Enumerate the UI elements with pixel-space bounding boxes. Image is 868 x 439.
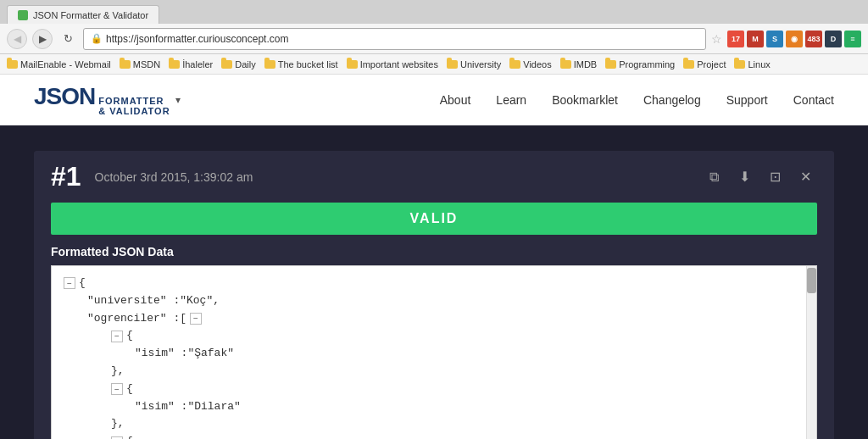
browser-toolbar: ◀ ▶ ↻ 🔒 https://jsonformatter.curiouscon… <box>0 24 868 54</box>
ext-icon-1[interactable]: 17 <box>727 31 744 47</box>
collapse-btn-2[interactable]: − <box>190 313 202 325</box>
bookmark-folder-icon <box>264 60 275 69</box>
json-brace-open-4: { <box>126 433 133 439</box>
address-bar[interactable]: 🔒 https://jsonformatter.curiousconcept.c… <box>83 28 706 50</box>
tab-label: JSON Formatter & Validator <box>33 10 148 20</box>
nav-about[interactable]: About <box>440 93 471 107</box>
logo-area[interactable]: JSON FORMATTER & VALIDATOR ▾ <box>34 83 181 116</box>
json-card: #1 October 3rd 2015, 1:39:02 am ⧉ ⬇ ⊡ ✕ … <box>34 151 834 439</box>
bookmark-videos[interactable]: Videos <box>509 59 551 69</box>
ext-icon-7[interactable]: ≡ <box>844 31 861 47</box>
site-header: JSON FORMATTER & VALIDATOR ▾ About Learn… <box>0 75 868 125</box>
bookmark-importantwebsites[interactable]: Important websites <box>347 59 438 69</box>
json-scrollbar[interactable] <box>806 266 816 439</box>
tab-favicon <box>18 10 28 20</box>
logo-validator-text: & VALIDATOR <box>98 106 170 116</box>
json-line-2: "universite" :"Koç", <box>87 292 787 310</box>
logo: JSON FORMATTER & VALIDATOR <box>34 83 170 116</box>
forward-button[interactable]: ▶ <box>32 29 53 49</box>
json-section: Formatted JSON Data − { "universite" :"K… <box>34 235 834 439</box>
valid-banner: VALID <box>51 203 817 235</box>
ext-icon-4[interactable]: ◉ <box>786 31 803 47</box>
json-scrollbar-thumb <box>807 268 816 293</box>
card-title-area: #1 October 3rd 2015, 1:39:02 am <box>51 161 253 192</box>
json-line-3: "ogrenciler" :[ − <box>87 310 787 328</box>
website: JSON FORMATTER & VALIDATOR ▾ About Learn… <box>0 75 868 439</box>
active-tab[interactable]: JSON Formatter & Validator <box>7 5 159 24</box>
bookmark-folder-icon <box>120 60 131 69</box>
bookmark-imdb[interactable]: IMDB <box>560 59 598 69</box>
bookmark-project[interactable]: Project <box>683 59 726 69</box>
collapse-btn-5[interactable]: − <box>111 436 123 439</box>
json-universite: "universite" :"Koç", <box>87 292 220 310</box>
nav-support[interactable]: Support <box>726 93 768 107</box>
json-brace-close-1: }, <box>111 363 125 381</box>
ext-icon-6[interactable]: D <box>825 31 842 47</box>
bookmark-folder-icon <box>683 60 694 69</box>
bookmark-folder-icon <box>509 60 520 69</box>
site-nav: About Learn Bookmarklet Changelog Suppor… <box>440 93 834 107</box>
ssl-icon: 🔒 <box>91 33 103 44</box>
bookmark-label: Project <box>697 59 726 69</box>
save-button[interactable]: ⊡ <box>763 165 787 189</box>
bookmark-folder-icon <box>7 60 18 69</box>
nav-learn[interactable]: Learn <box>496 93 526 107</box>
back-button[interactable]: ◀ <box>7 29 27 49</box>
url-text: https://jsonformatter.curiousconcept.com <box>106 33 288 45</box>
bookmark-label: University <box>460 59 501 69</box>
bookmark-university[interactable]: University <box>447 59 501 69</box>
bookmark-mailenablewebmail[interactable]: MailEnable - Webmail <box>7 59 111 69</box>
collapse-btn-3[interactable]: − <box>111 331 123 342</box>
nav-bookmarklet[interactable]: Bookmarklet <box>552 93 618 107</box>
nav-contact[interactable]: Contact <box>793 93 834 107</box>
json-brace-open: { <box>79 275 86 292</box>
ext-icon-3[interactable]: S <box>766 31 783 47</box>
collapse-btn-4[interactable]: − <box>111 383 123 395</box>
json-brace-close-2: }, <box>111 415 125 433</box>
bookmark-msdn[interactable]: MSDN <box>120 59 160 69</box>
card-actions: ⧉ ⬇ ⊡ ✕ <box>702 165 817 189</box>
json-line-7: − { <box>111 381 787 398</box>
json-line-1: − { <box>64 275 787 292</box>
bookmark-daily[interactable]: Daily <box>221 59 255 69</box>
json-section-label: Formatted JSON Data <box>51 235 817 265</box>
bookmark-folder-icon <box>734 60 745 69</box>
bookmark-folder-icon <box>605 60 616 69</box>
ext-icon-2[interactable]: M <box>747 31 764 47</box>
json-line-8: "isim" :"Dilara" <box>135 398 787 416</box>
logo-formatter-text: FORMATTER <box>98 96 170 106</box>
bookmark-label: MailEnable - Webmail <box>20 59 111 69</box>
bookmark-programming[interactable]: Programming <box>605 59 675 69</box>
ext-icon-5[interactable]: 483 <box>805 31 822 47</box>
json-ogrenciler-key: "ogrenciler" :[ <box>87 310 186 328</box>
bookmark-folder-icon <box>347 60 358 69</box>
bookmark-linux[interactable]: Linux <box>734 59 770 69</box>
bookmark-label: Programming <box>619 59 675 69</box>
bookmark-folder-icon <box>169 60 180 69</box>
bookmark-folder-icon <box>560 60 571 69</box>
bookmark-bucketlist[interactable]: The bucket list <box>264 59 338 69</box>
json-line-10: − { <box>111 433 787 439</box>
card-timestamp: October 3rd 2015, 1:39:02 am <box>95 170 253 184</box>
bookmark-label: Important websites <box>360 59 438 69</box>
browser-chrome: JSON Formatter & Validator ◀ ▶ ↻ 🔒 https… <box>0 0 868 75</box>
logo-dropdown-icon[interactable]: ▾ <box>175 94 181 106</box>
json-content-area: − { "universite" :"Koç", "ogrenciler" :[… <box>51 265 817 439</box>
bookmark-label: Videos <box>523 59 551 69</box>
bookmark-label: MSDN <box>133 59 160 69</box>
reload-button[interactable]: ↻ <box>58 29 78 49</box>
bookmark-label: IMDB <box>574 59 598 69</box>
download-button[interactable]: ⬇ <box>732 165 756 189</box>
close-button[interactable]: ✕ <box>793 165 817 189</box>
collapse-btn-1[interactable]: − <box>64 277 75 289</box>
bookmark-ihaleler[interactable]: İhaleler <box>169 59 213 69</box>
nav-changelog[interactable]: Changelog <box>643 93 701 107</box>
json-line-9: }, <box>111 415 787 433</box>
bookmark-label: Linux <box>748 59 770 69</box>
json-isim-dilara: "isim" :"Dilara" <box>135 398 241 416</box>
copy-button[interactable]: ⧉ <box>702 165 726 189</box>
main-content: #1 October 3rd 2015, 1:39:02 am ⧉ ⬇ ⊡ ✕ … <box>0 125 868 439</box>
bookmark-label: İhaleler <box>182 59 213 69</box>
bookmark-label: Daily <box>235 59 255 69</box>
bookmark-star[interactable]: ☆ <box>711 32 722 46</box>
